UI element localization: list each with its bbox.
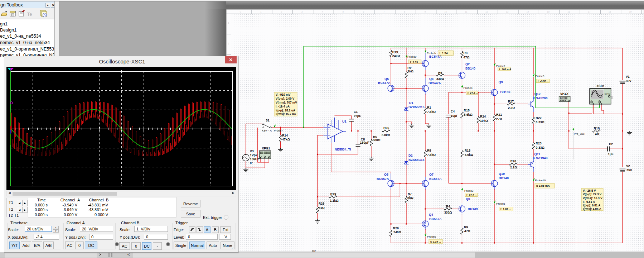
svg-text:5: 5 [342,10,344,13]
svg-text:1: 1 [10,68,11,71]
svg-text:XFG1: XFG1 [262,147,270,150]
svg-text:NE5534_TI: NE5534_TI [335,148,351,151]
svg-text:V(rms): 16.3 V: V(rms): 16.3 V [583,197,602,200]
svg-text:10: 10 [444,10,447,13]
svg-text:I: 206 mA: I: 206 mA [499,68,512,71]
svg-text:BD140: BD140 [499,176,509,180]
svg-text:Q5: Q5 [384,77,389,81]
svg-text:BD139: BD139 [468,207,478,211]
svg-text:Te: Te [27,12,32,17]
svg-text:K SA5200: K SA5200 [533,96,548,100]
svg-text:BC547A: BC547A [378,81,391,85]
svg-text:R27: R27 [508,100,514,103]
svg-text:150pF: 150pF [360,141,369,144]
svg-text:Probe3: Probe3 [464,189,474,192]
svg-text:14: 14 [526,10,529,13]
svg-text:BC557A: BC557A [429,177,442,181]
svg-text:35V: 35V [626,168,632,172]
svg-text:0°: 0° [250,161,253,165]
svg-text:35V: 35V [626,79,631,83]
svg-text:1Vpk: 1Vpk [250,153,257,157]
svg-text:R6: R6 [438,71,442,75]
svg-text:13: 13 [506,10,509,13]
svg-text:15: 15 [547,10,550,13]
svg-text:2kΩ: 2kΩ [407,196,413,200]
svg-text:R25: R25 [383,126,389,130]
svg-text:Probe2: Probe2 [496,64,505,68]
svg-text:22pF: 22pF [354,114,361,118]
svg-text:11: 11 [465,10,468,13]
svg-text:R23: R23 [536,142,542,145]
svg-text:BC557A: BC557A [377,177,389,181]
svg-text:51Ω: 51Ω [319,206,325,210]
svg-text:R15: R15 [464,109,470,112]
svg-text:V2: V2 [626,164,630,168]
svg-text:Probe1: Probe1 [496,202,505,205]
svg-text:47kΩ: 47kΩ [282,138,290,141]
svg-text:I: 1.54: I: 1.54 [440,52,448,55]
svg-text:V(rms): 707 mV: V(rms): 707 mV [276,101,297,104]
svg-text:THD: THD [561,97,565,99]
svg-text:C2: C2 [609,142,613,146]
svg-text:D1: D1 [409,101,413,105]
svg-text:R7: R7 [408,192,412,196]
svg-text:5.6kΩ: 5.6kΩ [464,113,473,116]
svg-text:Prb_OUT: Prb_OUT [574,132,586,135]
svg-text:16: 16 [567,10,570,13]
svg-text:V: -26.5 V: V: -26.5 V [583,189,596,192]
svg-text:V(p-p): 2.00 V: V(p-p): 2.00 V [276,97,295,100]
svg-text:1.1kΩ: 1.1kΩ [330,199,338,202]
svg-text:2.2Ω: 2.2Ω [510,166,517,169]
svg-text:5: 5 [228,42,229,45]
svg-text:I(rms): 15.7 uA: I(rms): 15.7 uA [276,113,296,116]
svg-text:I: 8.55 mA: I: 8.55 mA [536,184,550,187]
svg-text:R14: R14 [282,134,288,137]
svg-text:R18: R18 [465,149,470,152]
svg-text:680Ω: 680Ω [373,138,381,142]
svg-text:XSC1: XSC1 [596,84,605,88]
svg-text:R29: R29 [330,192,336,196]
svg-text:107Ω: 107Ω [480,119,488,123]
svg-text:R5: R5 [373,135,377,139]
svg-text:K SA1943: K SA1943 [533,156,548,160]
svg-text:BC547A: BC547A [429,55,442,58]
svg-text:Q11: Q11 [534,152,541,156]
svg-text:Probe7: Probe7 [274,129,283,132]
svg-text:27Ω: 27Ω [496,117,502,121]
svg-text:BC557A: BC557A [429,217,442,221]
svg-text:I: 27.4 ...: I: 27.4 ... [468,91,478,95]
svg-text:R26: R26 [510,159,516,163]
svg-text:Probeb: Probeb [427,52,436,55]
svg-text:U1: U1 [342,120,347,123]
svg-text:BC547A: BC547A [428,81,441,85]
svg-text:Q7: Q7 [429,173,434,176]
svg-text:Q8: Q8 [384,173,388,176]
svg-text:4: 4 [228,22,229,24]
svg-text:330Ω: 330Ω [444,211,452,214]
svg-text:Q3: Q3 [429,77,434,81]
svg-text:Q9: Q9 [499,80,503,84]
svg-text:R4: R4 [446,205,450,208]
svg-text:330Ω: 330Ω [436,77,444,81]
svg-text:R22: R22 [536,116,542,120]
svg-text:0.33Ω: 0.33Ω [536,146,544,149]
svg-text:V(p-p): 27.3 V: V(p-p): 27.3 V [583,193,602,196]
svg-text:I: 1.87 ...: I: 1.87 ... [500,207,511,211]
svg-text:C4: C4 [451,110,455,113]
svg-text:47Ω: 47Ω [464,229,470,233]
svg-text:1: 1 [260,10,262,13]
svg-text:R2: R2 [407,66,411,70]
svg-text:240Ω: 240Ω [393,230,401,234]
svg-text:18: 18 [609,10,611,13]
svg-text:R3: R3 [464,51,468,55]
svg-text:0.33Ω: 0.33Ω [536,120,544,124]
svg-text:BZX55C15: BZX55C15 [408,105,425,109]
svg-text:Probe5: Probe5 [427,235,436,238]
svg-text:BZX55C15: BZX55C15 [408,158,425,162]
svg-text:19: 19 [629,10,632,13]
svg-text:R20: R20 [393,226,399,230]
svg-text:1μF: 1μF [608,152,614,156]
svg-text:R10: R10 [594,126,600,130]
svg-text:I(p-p): 6.81 A: I(p-p): 6.81 A [583,204,600,207]
svg-text:Q12: Q12 [534,92,541,96]
